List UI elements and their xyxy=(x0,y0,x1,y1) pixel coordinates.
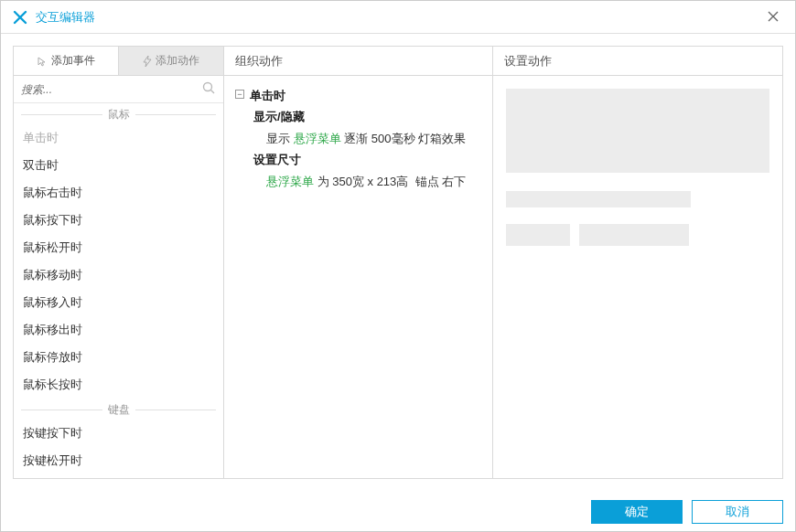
svg-line-1 xyxy=(211,90,215,94)
cancel-button[interactable]: 取消 xyxy=(692,500,783,524)
search-bar xyxy=(14,76,223,103)
placeholder-small xyxy=(506,224,570,246)
event-item-click[interactable]: 单击时 xyxy=(14,124,223,152)
tab-add-event-label: 添加事件 xyxy=(51,53,95,69)
target-link: 悬浮菜单 xyxy=(294,132,341,145)
target-link: 悬浮菜单 xyxy=(266,175,314,188)
event-item[interactable]: 鼠标移出时 xyxy=(14,316,223,344)
tree-action-setsize-detail[interactable]: 悬浮菜单 为 350宽 x 213高 锚点 右下 xyxy=(235,171,481,192)
panel-events: 添加事件 添加动作 鼠标 单击时 双击时 鼠标右击时 xyxy=(14,47,224,478)
tree-action-showhide[interactable]: 显示/隐藏 xyxy=(235,106,481,127)
left-tabs: 添加事件 添加动作 xyxy=(14,47,223,76)
collapse-icon[interactable]: − xyxy=(235,90,244,99)
event-item[interactable]: 鼠标移动时 xyxy=(14,261,223,289)
search-icon[interactable] xyxy=(201,80,216,98)
window-title: 交互编辑器 xyxy=(36,9,762,26)
cursor-icon xyxy=(37,56,48,67)
tree-action-setsize[interactable]: 设置尺寸 xyxy=(235,149,481,170)
tab-add-action[interactable]: 添加动作 xyxy=(118,47,223,75)
panels: 添加事件 添加动作 鼠标 单击时 双击时 鼠标右击时 xyxy=(13,46,783,479)
event-item[interactable]: 鼠标停放时 xyxy=(14,344,223,371)
group-keyboard-label: 键盘 xyxy=(108,402,130,418)
settings-header: 设置动作 xyxy=(493,47,782,76)
lightning-icon xyxy=(143,56,152,67)
event-item[interactable]: 鼠标长按时 xyxy=(14,371,223,399)
group-mouse: 鼠标 xyxy=(14,103,223,124)
ok-button[interactable]: 确定 xyxy=(591,500,683,524)
event-item[interactable]: 鼠标按下时 xyxy=(14,207,223,234)
group-keyboard: 键盘 xyxy=(14,399,223,420)
settings-body xyxy=(493,76,782,246)
group-image: 图片 xyxy=(14,474,223,478)
text: 逐渐 500毫秒 灯箱效果 xyxy=(341,132,467,145)
app-logo-icon xyxy=(12,9,28,26)
text: 显示 xyxy=(266,132,294,145)
event-item[interactable]: 鼠标松开时 xyxy=(14,234,223,261)
event-item[interactable]: 鼠标右击时 xyxy=(14,179,223,207)
tab-add-action-label: 添加动作 xyxy=(156,53,199,69)
placeholder-line xyxy=(506,191,691,207)
organize-header: 组织动作 xyxy=(224,47,492,76)
close-icon[interactable] xyxy=(762,8,784,27)
group-mouse-label: 鼠标 xyxy=(108,107,130,122)
tree-action-showhide-detail[interactable]: 显示 悬浮菜单 逐渐 500毫秒 灯箱效果 xyxy=(235,128,481,149)
panel-organize: 组织动作 − 单击时 显示/隐藏 显示 悬浮菜单 逐渐 500毫秒 灯箱效果 设… xyxy=(224,47,493,478)
dialog-footer: 确定 取消 xyxy=(0,492,796,532)
placeholder-medium xyxy=(579,224,689,246)
tree-root[interactable]: − 单击时 xyxy=(235,85,481,106)
text: 为 350宽 x 213高 锚点 右下 xyxy=(314,175,466,188)
event-list[interactable]: 鼠标 单击时 双击时 鼠标右击时 鼠标按下时 鼠标松开时 鼠标移动时 鼠标移入时… xyxy=(14,103,223,478)
event-item[interactable]: 按键松开时 xyxy=(14,447,223,474)
event-item[interactable]: 按键按下时 xyxy=(14,420,223,447)
panel-settings: 设置动作 xyxy=(493,47,782,478)
title-bar: 交互编辑器 xyxy=(1,1,795,34)
placeholder-block xyxy=(506,89,769,173)
tree-root-label: 单击时 xyxy=(250,85,285,106)
search-input[interactable] xyxy=(21,83,201,96)
action-tree: − 单击时 显示/隐藏 显示 悬浮菜单 逐渐 500毫秒 灯箱效果 设置尺寸 悬… xyxy=(224,76,492,201)
tab-add-event[interactable]: 添加事件 xyxy=(14,47,118,75)
svg-point-0 xyxy=(204,83,212,91)
main-area: 添加事件 添加动作 鼠标 单击时 双击时 鼠标右击时 xyxy=(0,33,796,492)
event-item[interactable]: 双击时 xyxy=(14,152,223,179)
event-item[interactable]: 鼠标移入时 xyxy=(14,289,223,316)
